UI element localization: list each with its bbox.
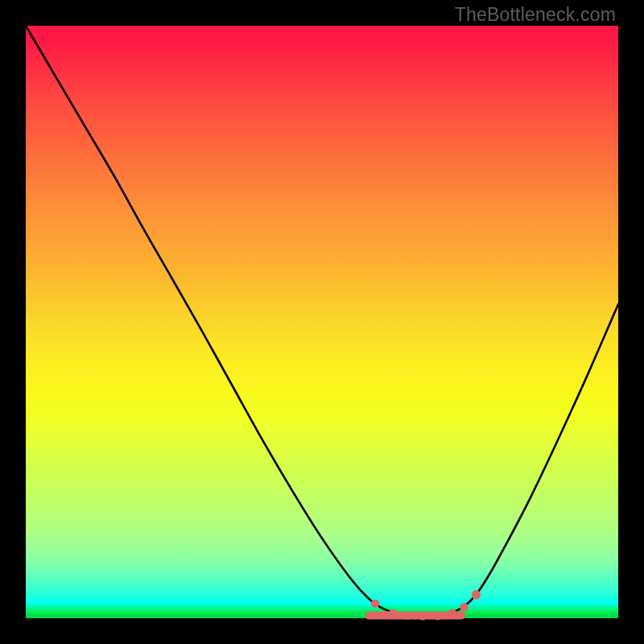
curve-path (26, 26, 618, 616)
optimal-dot (419, 612, 427, 620)
optimal-dot (460, 603, 468, 611)
optimal-dot (448, 609, 456, 617)
optimal-dot (404, 611, 412, 619)
optimal-dot (472, 592, 480, 600)
attribution-label: TheBottleneck.com (455, 4, 616, 26)
optimal-dot (433, 612, 441, 620)
chart-frame: TheBottleneck.com (0, 0, 644, 644)
curve-path-group (26, 26, 618, 616)
bottleneck-curve (26, 26, 618, 618)
optimal-dot (389, 609, 397, 617)
optimal-dots (369, 590, 481, 620)
optimal-dot (371, 600, 379, 608)
